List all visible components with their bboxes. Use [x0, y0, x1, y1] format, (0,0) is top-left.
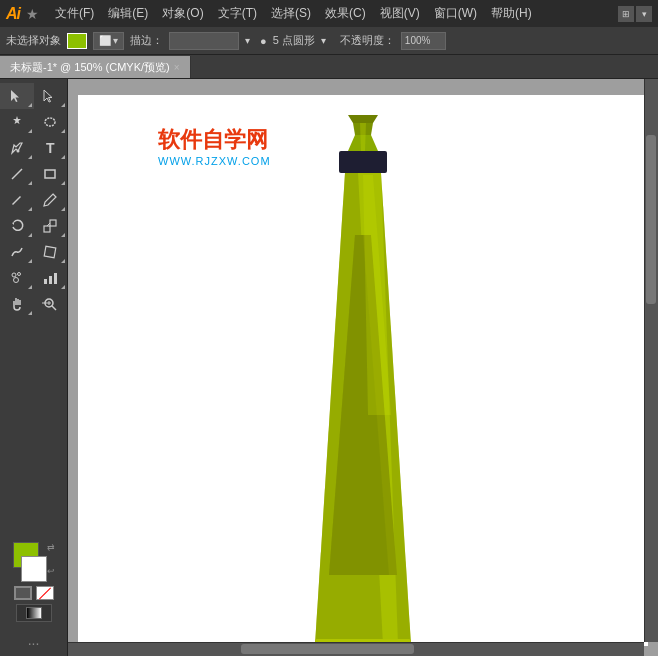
watermark: 软件自学网 WWW.RJZXW.COM [158, 125, 271, 167]
toolbar: T [0, 79, 68, 656]
fill-color-swatch[interactable] [67, 33, 87, 49]
opacity-input[interactable] [401, 32, 446, 50]
hand-tool-button[interactable] [0, 291, 34, 317]
tool-row-1 [0, 83, 67, 109]
chevron-down-icon: ▾ [113, 35, 118, 46]
vertical-scrollbar[interactable] [644, 79, 658, 642]
tool-triangle [61, 233, 65, 237]
app-logo: Ai [6, 5, 20, 23]
menu-edit[interactable]: 编辑(E) [102, 3, 154, 24]
watermark-sub: WWW.RJZXW.COM [158, 155, 271, 167]
direct-selection-tool-button[interactable] [34, 83, 68, 109]
tool-triangle [61, 259, 65, 263]
magic-wand-button[interactable] [0, 109, 34, 135]
tool-row-2 [0, 109, 67, 135]
tool-triangle [61, 207, 65, 211]
chevron-down-icon[interactable]: ▾ [636, 6, 652, 22]
tool-row-7 [0, 239, 67, 265]
svg-rect-12 [49, 276, 52, 284]
none-box[interactable] [36, 586, 54, 600]
menu-bar: 文件(F) 编辑(E) 对象(O) 文字(T) 选择(S) 效果(C) 视图(V… [49, 3, 618, 24]
menu-window[interactable]: 窗口(W) [428, 3, 483, 24]
transform-tool-button[interactable] [34, 239, 68, 265]
nozzle-tip [348, 115, 378, 123]
document-tab[interactable]: 未标题-1* @ 150% (CMYK/预览) × [0, 56, 191, 78]
svg-point-9 [17, 273, 20, 276]
tool-row-9 [0, 291, 67, 317]
default-colors-button[interactable]: ↩ [47, 566, 55, 576]
stroke-box[interactable] [14, 586, 32, 600]
tool-triangle [28, 181, 32, 185]
rotate-tool-button[interactable] [0, 213, 34, 239]
tool-row-3: T [0, 135, 67, 161]
tool-triangle [28, 155, 32, 159]
svg-rect-4 [44, 226, 50, 232]
tool-row-4 [0, 161, 67, 187]
grid-icon[interactable]: ⊞ [618, 6, 634, 22]
color-area: ⇄ ↩ [0, 536, 67, 628]
more-tools-button[interactable]: ... [28, 628, 40, 652]
pen-tool-button[interactable] [0, 135, 34, 161]
pencil-tool-button[interactable] [34, 187, 68, 213]
watermark-main: 软件自学网 [158, 125, 271, 155]
menu-effect[interactable]: 效果(C) [319, 3, 372, 24]
horizontal-scrollbar[interactable] [68, 642, 644, 656]
paintbrush-button[interactable] [0, 187, 34, 213]
zoom-tool-button[interactable] [34, 291, 68, 317]
tool-triangle [61, 285, 65, 289]
warp-tool-button[interactable] [0, 239, 34, 265]
cap-band [339, 151, 387, 173]
tool-triangle [28, 285, 32, 289]
tool-triangle [61, 181, 65, 185]
tool-triangle [28, 103, 32, 107]
horizontal-scroll-thumb[interactable] [241, 644, 414, 654]
tool-row-6 [0, 213, 67, 239]
menu-help[interactable]: 帮助(H) [485, 3, 538, 24]
svg-point-10 [13, 278, 18, 283]
vertical-scroll-thumb[interactable] [646, 135, 656, 304]
stroke-input[interactable] [169, 32, 239, 50]
chevron-down-icon-stroke: ▾ [245, 35, 250, 46]
lasso-tool-button[interactable] [34, 109, 68, 135]
gradient-box[interactable] [16, 604, 52, 622]
text-tool-button[interactable]: T [34, 135, 68, 161]
dot-separator: ● [260, 35, 267, 47]
tool-triangle [28, 311, 32, 315]
menu-object[interactable]: 对象(O) [156, 3, 209, 24]
window-controls: ⊞ ▾ [618, 6, 652, 22]
nozzle-highlight [360, 123, 366, 151]
canvas-area[interactable]: 软件自学网 WWW.RJZXW.COM [68, 79, 658, 656]
svg-line-15 [52, 306, 56, 310]
tube-illustration [263, 115, 463, 656]
tool-triangle [61, 103, 65, 107]
menu-text[interactable]: 文字(T) [212, 3, 263, 24]
background-color-swatch[interactable] [21, 556, 47, 582]
color-swap-button[interactable]: ⇄ [47, 542, 55, 552]
chevron-down-icon-point: ▾ [321, 35, 326, 46]
tool-row-5 [0, 187, 67, 213]
symbol-sprayer-button[interactable] [0, 265, 34, 291]
scale-tool-button[interactable] [34, 213, 68, 239]
fill-icon: ⬜ [99, 35, 111, 46]
svg-point-1 [16, 150, 19, 153]
tool-triangle [28, 207, 32, 211]
line-tool-button[interactable] [0, 161, 34, 187]
svg-rect-5 [50, 220, 56, 226]
tab-close-button[interactable]: × [174, 62, 180, 73]
fill-options-button[interactable]: ⬜ ▾ [93, 32, 124, 50]
tube-svg [263, 115, 463, 656]
canvas-background: 软件自学网 WWW.RJZXW.COM [78, 95, 648, 646]
title-bar: Ai ★ 文件(F) 编辑(E) 对象(O) 文字(T) 选择(S) 效果(C)… [0, 0, 658, 27]
svg-point-8 [12, 273, 16, 277]
menu-select[interactable]: 选择(S) [265, 3, 317, 24]
svg-rect-3 [45, 170, 55, 178]
selection-tool-button[interactable] [0, 83, 34, 109]
main-content: T [0, 79, 658, 656]
menu-view[interactable]: 视图(V) [374, 3, 426, 24]
selection-label: 未选择对象 [6, 33, 61, 48]
stroke-label: 描边： [130, 33, 163, 48]
graph-tool-button[interactable] [34, 265, 68, 291]
rectangle-tool-button[interactable] [34, 161, 68, 187]
tab-bar: 未标题-1* @ 150% (CMYK/预览) × [0, 55, 658, 79]
menu-file[interactable]: 文件(F) [49, 3, 100, 24]
